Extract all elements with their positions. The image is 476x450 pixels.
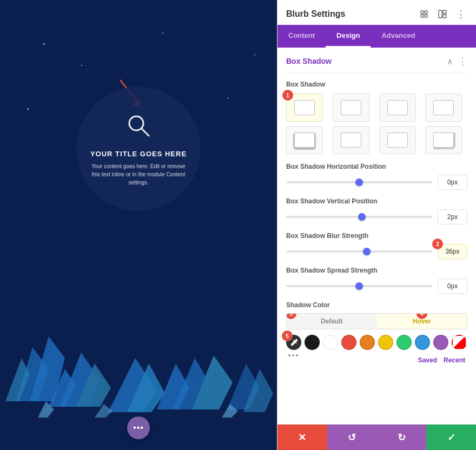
- spread-strength-track[interactable]: [286, 285, 432, 287]
- canvas-area: YOUR TITLE GOES HERE Your content goes h…: [0, 0, 277, 450]
- color-swatch-black[interactable]: [305, 335, 320, 350]
- blur-strength-thumb[interactable]: [363, 248, 371, 255]
- color-swatch-yellow[interactable]: [378, 335, 393, 350]
- search-icon: [124, 111, 153, 145]
- blurb-content: Your content goes here. Edit or remove t…: [87, 162, 190, 187]
- spread-strength-control: 0px: [286, 279, 467, 294]
- dot-2: [292, 354, 294, 356]
- color-swatch-white[interactable]: [323, 335, 338, 350]
- action-bar: ✕ ↺ ↻ ✓: [277, 424, 476, 450]
- h-position-value[interactable]: 0px: [438, 175, 467, 190]
- blur-strength-label: Box Shadow Blur Strength: [286, 232, 467, 240]
- color-swatch-green[interactable]: [396, 335, 412, 350]
- h-position-row: Box Shadow Horizontal Position 0px: [286, 163, 467, 190]
- shadow-option-8[interactable]: [425, 126, 462, 154]
- shadow-option-6[interactable]: [333, 126, 369, 154]
- spread-strength-thumb[interactable]: [355, 282, 363, 290]
- reset-button[interactable]: ↺: [327, 425, 377, 450]
- shadow-option-5[interactable]: [286, 126, 323, 154]
- badge-3: 3: [286, 313, 296, 319]
- blur-strength-control: 36px 2: [286, 244, 467, 259]
- crystals-decoration: [0, 250, 277, 423]
- panel-header: Blurb Settings ⋮: [277, 0, 476, 25]
- box-shadow-section: Box Shadow ∧ ⋮ Box Shadow 1: [277, 48, 476, 379]
- tab-content[interactable]: Content: [277, 25, 326, 48]
- color-swatch-transparent[interactable]: [452, 335, 467, 350]
- shadow-option-3[interactable]: [379, 94, 416, 122]
- spread-strength-label: Box Shadow Spread Strength: [286, 267, 467, 274]
- section-header: Box Shadow ∧ ⋮: [286, 48, 467, 73]
- svg-rect-21: [421, 15, 424, 17]
- blurb-circle: YOUR TITLE GOES HERE Your content goes h…: [76, 87, 201, 211]
- blur-value-wrapper: 36px 2: [438, 244, 467, 259]
- layout-icon[interactable]: [436, 8, 449, 21]
- svg-rect-19: [421, 11, 424, 14]
- shadow-color-label: Shadow Color: [286, 301, 467, 309]
- tabs-bar: Content Design Advanced: [277, 25, 476, 48]
- spread-strength-value[interactable]: 0px: [438, 279, 467, 294]
- blur-strength-row: Box Shadow Blur Strength 36px 2: [286, 232, 467, 259]
- collapse-icon[interactable]: ∧: [447, 56, 453, 67]
- tab-advanced[interactable]: Advanced: [371, 25, 426, 48]
- section-more-icon[interactable]: ⋮: [458, 55, 467, 67]
- blurb-title: YOUR TITLE GOES HERE: [90, 150, 187, 158]
- v-position-label: Box Shadow Vertical Position: [286, 197, 467, 205]
- recent-link[interactable]: Recent: [444, 356, 465, 364]
- panel-title: Blurb Settings: [286, 9, 345, 19]
- h-position-control: 0px: [286, 175, 467, 190]
- h-position-label: Box Shadow Horizontal Position: [286, 163, 467, 170]
- panel-content[interactable]: Box Shadow ∧ ⋮ Box Shadow 1: [277, 48, 476, 424]
- v-position-row: Box Shadow Vertical Position 2px: [286, 197, 467, 224]
- svg-rect-25: [443, 15, 446, 18]
- badge-2: 2: [432, 239, 443, 249]
- section-title: Box Shadow: [286, 57, 332, 65]
- more-options-icon[interactable]: ⋮: [454, 8, 467, 21]
- confirm-button[interactable]: ✓: [426, 425, 476, 450]
- cancel-button[interactable]: ✕: [277, 425, 327, 450]
- v-position-control: 2px: [286, 209, 467, 224]
- tab-design[interactable]: Design: [326, 25, 371, 48]
- svg-rect-20: [425, 11, 427, 14]
- hover-toggle-btn[interactable]: 4 Hover: [377, 314, 467, 329]
- dot-1: [288, 354, 290, 356]
- spread-strength-row: Box Shadow Spread Strength 0px: [286, 267, 467, 294]
- h-position-track[interactable]: [286, 181, 432, 183]
- settings-panel: Blurb Settings ⋮: [277, 0, 476, 450]
- v-position-value[interactable]: 2px: [438, 209, 467, 224]
- svg-rect-22: [425, 15, 427, 17]
- purple-menu-button[interactable]: •••: [127, 416, 150, 439]
- shadow-option-7[interactable]: [379, 126, 416, 154]
- badge-5: 5: [282, 330, 293, 341]
- v-position-thumb[interactable]: [358, 213, 366, 221]
- default-hover-toggle: 3 Default 4 Hover: [286, 313, 467, 329]
- default-toggle-btn[interactable]: 3 Default: [287, 314, 377, 329]
- saved-recent-row: Saved Recent: [286, 356, 467, 364]
- blur-strength-track[interactable]: [286, 250, 432, 253]
- color-swatch-purple[interactable]: [433, 335, 448, 350]
- section-controls: ∧ ⋮: [447, 55, 467, 67]
- svg-line-2: [141, 128, 149, 136]
- dot-3: [296, 354, 298, 356]
- svg-rect-24: [443, 10, 446, 14]
- redo-button[interactable]: ↻: [377, 425, 427, 450]
- v-position-track[interactable]: [286, 216, 432, 218]
- color-swatch-blue[interactable]: [415, 335, 430, 350]
- panel-icon-group: ⋮: [418, 8, 467, 21]
- shadow-style-grid: 1: [286, 94, 467, 154]
- shadow-option-4[interactable]: [425, 94, 462, 122]
- eyedropper-swatch[interactable]: 5: [286, 335, 301, 350]
- svg-rect-23: [439, 10, 442, 18]
- shadow-option-1[interactable]: 1: [286, 94, 323, 122]
- shadow-option-2[interactable]: [333, 94, 369, 122]
- saved-link[interactable]: Saved: [418, 356, 437, 364]
- color-swatches: 5: [286, 335, 467, 350]
- color-swatch-orange[interactable]: [360, 335, 375, 350]
- shrink-icon[interactable]: [418, 8, 431, 21]
- shadow-color-section: Shadow Color 3 Default 4 Hover: [286, 301, 467, 364]
- box-shadow-label: Box Shadow: [286, 81, 467, 88]
- color-swatch-red[interactable]: [341, 335, 356, 350]
- badge-1: 1: [282, 90, 293, 101]
- h-position-thumb[interactable]: [355, 178, 363, 186]
